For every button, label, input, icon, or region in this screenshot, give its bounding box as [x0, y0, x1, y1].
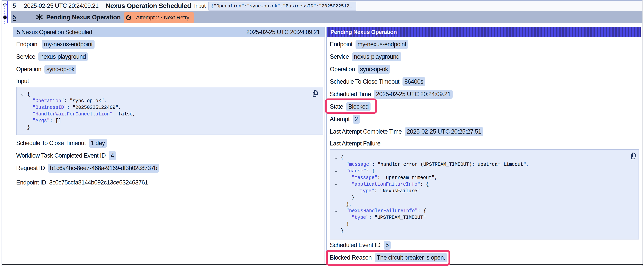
- pfield-attempt: Attempt 2: [330, 115, 637, 124]
- pfield-scheduled-event-id: Scheduled Event ID 5: [330, 241, 637, 250]
- pending-operation-row[interactable]: 5 Pending Nexus Operation Attempt 2 • Ne…: [11, 11, 642, 24]
- code-line: "type": "NexusFailure": [330, 188, 638, 194]
- field-schedule-to-close-timeout-value: 1 day: [89, 139, 107, 148]
- field-request-id-label: Request ID: [16, 165, 45, 172]
- collapse-chevron-icon[interactable]: [334, 209, 338, 213]
- event-detail-card-header: 5 Nexus Operation Scheduled 2025-02-25 U…: [13, 27, 324, 37]
- blocked-reason-annotation-box: [326, 250, 450, 265]
- event-history-panel: 5 2025-02-25 UTC 20:24:09.21 Nexus Opera…: [0, 0, 644, 266]
- code-line: "BusinessID": "20250225122409",: [16, 104, 323, 111]
- field-endpoint-label: Endpoint: [16, 41, 39, 48]
- panel-left-border: [2, 1, 2, 266]
- field-schedule-to-close-timeout-label: Schedule To Close Timeout: [16, 140, 86, 147]
- event-detail-card-title: 5 Nexus Operation Scheduled: [17, 29, 92, 36]
- collapse-chevron-icon[interactable]: [20, 92, 25, 97]
- code-line: },: [330, 201, 638, 208]
- pfield-service: Service nexus-playground: [330, 52, 637, 61]
- code-line: "message": "handler error (UPSTREAM_TIME…: [330, 161, 638, 168]
- pfield-schedule-to-close-timeout-value: 86400s: [402, 77, 425, 86]
- pfield-last-attempt-complete-time-value: 2025-02-25 UTC 20:25:27.51: [405, 127, 483, 136]
- field-operation-value: sync-op-ok: [44, 65, 76, 74]
- timeline-current-dot-icon: [3, 15, 7, 19]
- input-code-block: { "Operation": "sync-op-ok", "BusinessID…: [16, 87, 323, 135]
- failure-code-block: { "message": "handler error (UPSTREAM_TI…: [330, 149, 639, 239]
- pending-operation-card-title: Pending Nexus Operation: [330, 29, 397, 35]
- last-attempt-failure-label: Last Attempt Failure: [330, 140, 637, 147]
- field-endpoint-value: my-nexus-endpoint: [42, 40, 94, 49]
- event-input-label: Input: [194, 1, 206, 11]
- pfield-operation: Operation sync-op-ok: [330, 65, 637, 74]
- pending-operation-card-header: Pending Nexus Operation: [327, 27, 641, 37]
- pfield-last-attempt-complete-time-label: Last Attempt Complete Time: [330, 128, 402, 135]
- pfield-schedule-to-close-timeout-label: Schedule To Close Timeout: [330, 78, 400, 85]
- pending-title: Pending Nexus Operation: [46, 11, 121, 24]
- field-workflow-task-completed-event-id: Workflow Task Completed Event ID 4: [16, 151, 321, 160]
- code-line: {: [330, 155, 638, 161]
- collapse-chevron-icon[interactable]: [334, 182, 338, 187]
- field-service: Service nexus-playground: [16, 52, 321, 61]
- pfield-scheduled-time-value: 2025-02-25 UTC 20:24:09.21: [374, 90, 452, 99]
- field-request-id-value: b1c6a4bc-8ee7-468a-9169-df3b02c8737b: [48, 164, 159, 173]
- pfield-operation-label: Operation: [330, 66, 355, 73]
- pfield-endpoint: Endpoint my-nexus-endpoint: [330, 40, 637, 49]
- pfield-scheduled-event-id-label: Scheduled Event ID: [330, 242, 380, 249]
- code-line: }: [330, 227, 638, 234]
- event-row[interactable]: 5 2025-02-25 UTC 20:24:09.21 Nexus Opera…: [11, 1, 642, 11]
- pfield-attempt-value: 2: [352, 115, 360, 124]
- code-line: "Args": []: [16, 118, 323, 124]
- pfield-endpoint-label: Endpoint: [330, 41, 352, 48]
- retry-badge-label: Attempt 2 • Next Retry: [136, 15, 189, 21]
- state-annotation-box: [325, 99, 377, 114]
- selected-event-indicator-bar: [7, 1, 8, 24]
- panel-right-border: [642, 0, 643, 266]
- code-line: "applicationFailureInfo": {: [330, 181, 638, 188]
- pfield-scheduled-event-id-value: 5: [384, 241, 390, 250]
- copy-icon[interactable]: [630, 152, 636, 159]
- copy-icon[interactable]: [312, 90, 318, 97]
- event-detail-card-time: 2025-02-25 UTC 20:24:09.21: [246, 29, 320, 36]
- pfield-attempt-label: Attempt: [330, 116, 350, 123]
- pending-asterisk-icon: [36, 14, 43, 20]
- field-workflow-task-completed-event-id-label: Workflow Task Completed Event ID: [16, 152, 106, 159]
- pending-operation-card: Pending Nexus Operation Endpoint my-nexu…: [326, 27, 641, 264]
- pfield-scheduled-time-label: Scheduled Time: [330, 91, 371, 98]
- field-endpoint-id: Endpoint ID 3c0c75ccfa8144b092c13ce63246…: [16, 179, 321, 186]
- retry-icon: [126, 15, 132, 21]
- event-title: Nexus Operation Scheduled: [106, 1, 191, 11]
- code-line: "nexusHandlerFailureInfo": {: [330, 208, 638, 214]
- event-input-preview-chip[interactable]: {"Operation":"sync-op-ok","BusinessID":"…: [208, 2, 356, 11]
- field-endpoint-id-label: Endpoint ID: [16, 179, 46, 186]
- field-workflow-task-completed-event-id-value: 4: [109, 151, 116, 160]
- retry-badge: Attempt 2 • Next Retry: [124, 12, 194, 23]
- field-service-value: nexus-playground: [38, 52, 88, 61]
- code-line: "type": "UPSTREAM_TIMEOUT": [330, 214, 638, 221]
- code-line: {: [16, 91, 323, 98]
- code-line: "HandlerWaitForCancellation": false,: [16, 111, 323, 118]
- timeline-dashed-connector: [4, 6, 5, 24]
- event-time: 2025-02-25 UTC 20:24:09.21: [24, 1, 98, 11]
- code-line: }: [16, 124, 323, 131]
- collapse-chevron-icon[interactable]: [334, 156, 338, 160]
- event-id-link[interactable]: 5: [13, 2, 16, 9]
- pfield-service-value: nexus-playground: [352, 52, 402, 61]
- code-line: "message": "upstream timeout",: [330, 174, 638, 181]
- field-operation: Operation sync-op-ok: [16, 65, 321, 74]
- input-section-label: Input: [16, 77, 321, 85]
- pending-id-link[interactable]: 5: [13, 14, 16, 21]
- collapse-chevron-icon[interactable]: [334, 169, 338, 174]
- pfield-service-label: Service: [330, 53, 349, 60]
- pfield-endpoint-value: my-nexus-endpoint: [356, 40, 408, 49]
- bottom-divider: [2, 264, 643, 265]
- code-line: "Operation": "sync-op-ok",: [16, 98, 323, 104]
- pfield-last-attempt-complete-time: Last Attempt Complete Time 2025-02-25 UT…: [330, 127, 637, 136]
- field-service-label: Service: [16, 53, 35, 60]
- event-detail-card: 5 Nexus Operation Scheduled 2025-02-25 U…: [13, 27, 325, 264]
- endpoint-id-link[interactable]: 3c0c75ccfa8144b092c13ce632463761: [49, 179, 148, 186]
- field-endpoint: Endpoint my-nexus-endpoint: [16, 40, 321, 49]
- code-line: }: [330, 221, 638, 227]
- code-line: "cause": {: [330, 168, 638, 174]
- field-schedule-to-close-timeout: Schedule To Close Timeout 1 day: [16, 139, 321, 148]
- field-operation-label: Operation: [16, 66, 41, 73]
- code-line: }: [330, 194, 638, 201]
- field-request-id: Request ID b1c6a4bc-8ee7-468a-9169-df3b0…: [16, 164, 321, 173]
